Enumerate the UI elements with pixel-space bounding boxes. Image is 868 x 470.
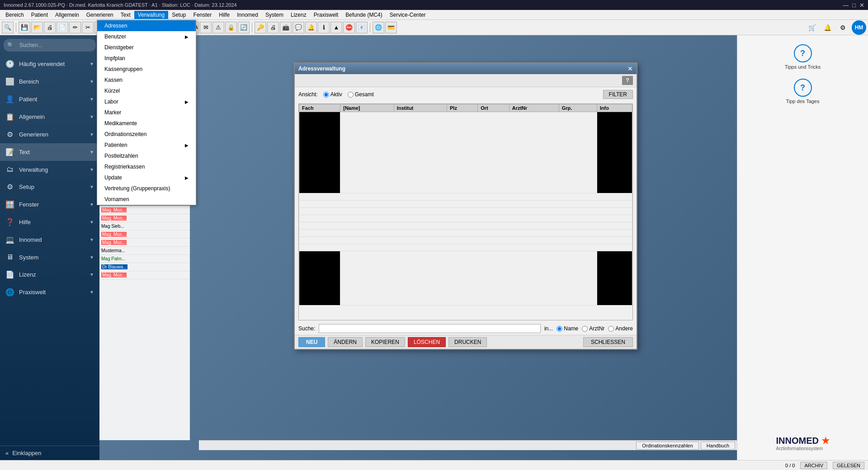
sidebar-item-patient[interactable]: 👤 Patient ▼ — [0, 90, 99, 108]
addr-row-empty-5[interactable] — [299, 222, 632, 230]
toolbar-printer2[interactable]: 🖨 — [267, 22, 279, 33]
addr-help-button[interactable]: ? — [622, 76, 633, 85]
menu-fenster[interactable]: Fenster — [190, 11, 216, 19]
toolbar-globe[interactable]: 🌐 — [373, 22, 384, 33]
handbuch-btn[interactable]: Handbuch — [701, 442, 735, 450]
toolbar-open[interactable]: 📂 — [31, 22, 43, 33]
sidebar-item-praxiswelt[interactable]: 🌐 Praxiswelt ▼ — [0, 283, 99, 301]
dropdown-kassengruppen[interactable]: Kassengruppen — [97, 64, 196, 75]
col-institut[interactable]: Institut — [394, 104, 447, 112]
dropdown-registrierkassen[interactable]: Registrierkassen — [97, 161, 196, 172]
tipps-tricks-card[interactable]: ? Tipps und Tricks — [785, 44, 821, 70]
col-info[interactable]: Info — [597, 104, 632, 112]
addr-row-black-2[interactable] — [299, 251, 632, 306]
sidebar-item-lizenz[interactable]: 📄 Lizenz ▼ — [0, 266, 99, 283]
toolbar-print[interactable]: 🖨 — [44, 22, 56, 33]
col-plz[interactable]: Plz — [447, 104, 478, 112]
radio-arztNr-label[interactable]: ArztNr — [582, 325, 604, 332]
addr-dialog-close[interactable]: ✕ — [627, 65, 633, 72]
dropdown-marker[interactable]: Marker — [97, 107, 196, 118]
gelesen-button[interactable]: GELESEN — [833, 462, 864, 469]
addr-row-empty-3[interactable] — [299, 208, 632, 215]
filter-button[interactable]: FILTER — [603, 90, 633, 99]
dropdown-dienstgeber[interactable]: Dienstgeber — [97, 42, 196, 53]
menu-service[interactable]: Service-Center — [386, 11, 429, 19]
col-fach[interactable]: Fach — [299, 104, 340, 112]
toolbar-card[interactable]: 💳 — [385, 22, 397, 33]
radio-name[interactable] — [557, 326, 562, 332]
toolbar-mail[interactable]: ✉ — [200, 22, 212, 33]
dropdown-benutzer[interactable]: Benutzer ▶ — [97, 31, 196, 42]
toolbar-lock[interactable]: 🔒 — [225, 22, 237, 33]
radio-aktiv[interactable] — [323, 92, 329, 98]
col-arzt-nr[interactable]: ArztNr — [509, 104, 559, 112]
btn-neu[interactable]: NEU — [298, 337, 325, 347]
menu-setup[interactable]: Setup — [168, 11, 189, 19]
btn-loeschen[interactable]: LÖSCHEN — [408, 337, 446, 347]
menu-bereich[interactable]: Bereich — [2, 11, 28, 19]
minimize-button[interactable]: — — [843, 2, 849, 9]
toolbar-pencil[interactable]: ✏ — [69, 22, 81, 33]
patient-row-20[interactable]: Mag. Mus... — [99, 214, 190, 222]
addr-row-empty-2[interactable] — [299, 201, 632, 208]
toolbar-warning[interactable]: ⚠ — [212, 22, 224, 33]
menu-verwaltung[interactable]: Verwaltung — [134, 11, 168, 19]
patient-row-19[interactable]: Mag. Mus... — [99, 206, 190, 214]
radio-gesamt-label[interactable]: Gesamt — [348, 91, 374, 98]
tipp-tages-card[interactable]: ? Tipp des Tages — [786, 79, 820, 104]
col-ort[interactable]: Ort — [478, 104, 509, 112]
radio-arztNr[interactable] — [582, 326, 588, 332]
patient-row-22[interactable]: Mag. Mus... — [99, 230, 190, 239]
addr-row-empty-4[interactable] — [299, 215, 632, 222]
toolbar-refresh[interactable]: 🔄 — [238, 22, 250, 33]
menu-hilfe[interactable]: Hilfe — [215, 11, 233, 19]
menu-praxiswelt[interactable]: Praxiswelt — [310, 11, 342, 19]
menu-befunde[interactable]: Befunde (MC4) — [342, 11, 386, 19]
radio-aktiv-label[interactable]: Aktiv — [323, 91, 342, 98]
toolbar-stop[interactable]: ⛔ — [343, 22, 355, 33]
patient-row-25[interactable]: Mag Palm... — [99, 255, 190, 263]
addr-row-black[interactable] — [299, 112, 632, 193]
sidebar-item-haeufig[interactable]: 🕐 Häufig verwendet ▼ — [0, 55, 99, 73]
btn-kopieren[interactable]: KOPIEREN — [365, 337, 405, 347]
toolbar-save[interactable]: 💾 — [19, 22, 30, 33]
radio-gesamt[interactable] — [348, 92, 354, 98]
menu-patient[interactable]: Patient — [28, 11, 52, 19]
dropdown-medikamente[interactable]: Medikamente — [97, 118, 196, 129]
menu-generieren[interactable]: Generieren — [83, 11, 117, 19]
user-avatar[interactable]: HM — [852, 20, 866, 35]
archiv-button[interactable]: ARCHIV — [800, 462, 827, 469]
btn-schliessen[interactable]: SCHLIESSEN — [583, 337, 633, 347]
dropdown-postleitzahlen[interactable]: Postleitzahlen — [97, 150, 196, 161]
radio-andere-label[interactable]: Andere — [608, 325, 633, 332]
btn-aendern[interactable]: ÄNDERN — [328, 337, 363, 347]
maximize-button[interactable]: □ — [852, 2, 856, 9]
sidebar-item-bereich[interactable]: ⬜ Bereich ▼ — [0, 73, 99, 90]
dropdown-impfplan[interactable]: Impfplan — [97, 53, 196, 64]
dropdown-kassen[interactable]: Kassen — [97, 75, 196, 85]
dropdown-kuerzel[interactable]: Kürzel — [97, 85, 196, 96]
sidebar-item-hilfe[interactable]: ❓ Hilfe ▼ — [0, 213, 99, 231]
sidebar-item-innomed[interactable]: 💻 Innomed ▼ — [0, 231, 99, 249]
sidebar-item-text[interactable]: 📝 Text ▼ — [0, 143, 99, 161]
dropdown-vornamen[interactable]: Vornamen — [97, 194, 196, 205]
dropdown-adressen[interactable]: Adressen — [97, 20, 196, 31]
toolbar-scissors[interactable]: ✂ — [82, 22, 94, 33]
dropdown-update[interactable]: Update ▶ — [97, 172, 196, 183]
toolbar-alert[interactable]: 🔔 — [305, 22, 317, 33]
patient-row-27[interactable]: Mag. Mus... — [99, 271, 190, 279]
toolbar-triangle[interactable]: ▲ — [330, 22, 342, 33]
sidebar-item-verwaltung[interactable]: 🗂 Verwaltung ▼ — [0, 161, 99, 178]
ordinationskennzahlen-btn[interactable]: Ordinationskennzahlen — [636, 442, 699, 450]
menu-system[interactable]: System — [262, 11, 287, 19]
toolbar-msg[interactable]: 💬 — [292, 22, 304, 33]
dropdown-vertretung[interactable]: Vertretung (Gruppenpraxis) — [97, 183, 196, 194]
addr-row-empty-1[interactable] — [299, 193, 632, 201]
addr-search-input[interactable] — [319, 324, 541, 333]
col-grp[interactable]: Grp. — [559, 104, 597, 112]
toolbar-key[interactable]: 🔑 — [255, 22, 266, 33]
sidebar-item-allgemein[interactable]: 📋 Allgemein ▼ — [0, 108, 99, 126]
patient-row-26[interactable]: Dr Blauwa... — [99, 263, 190, 271]
dropdown-labor[interactable]: Labor ▶ — [97, 96, 196, 107]
settings-button[interactable]: ⚙ — [836, 21, 849, 34]
